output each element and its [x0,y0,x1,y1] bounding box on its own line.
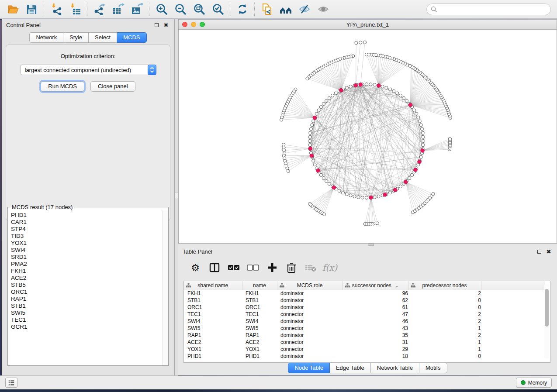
table-cell[interactable]: RAP1 [184,332,242,339]
column-header-MCDS-role[interactable]: MCDS role [277,281,343,290]
table-cell[interactable]: ORC1 [184,304,242,311]
table-cell[interactable]: ACE2 [242,339,277,346]
table-cell[interactable]: 18 [343,353,408,360]
zoom-in-button[interactable] [152,1,171,17]
mcds-result-item[interactable]: SRD1 [11,254,168,261]
table-cell[interactable]: YOX1 [184,346,242,353]
table-cell[interactable]: ORC1 [242,304,277,311]
mcds-result-item[interactable]: PMA2 [11,261,168,268]
table-row[interactable]: STB1STB1dominator620 [184,297,545,304]
table-cell[interactable]: dominator [277,318,343,325]
refresh-view-button[interactable] [233,1,252,17]
table-row[interactable]: SWI5SWI5connector431 [184,325,545,332]
mcds-result-item[interactable]: GCR1 [11,323,168,330]
column-header-predecessor-nodes[interactable]: predecessor nodes [408,281,481,290]
table-cell[interactable]: TEC1 [242,311,277,318]
table-cell[interactable]: 46 [343,318,408,325]
column-header-name[interactable]: name [242,281,277,290]
table-cell[interactable]: 0 [408,304,481,311]
open-file-button[interactable] [3,1,22,17]
memory-status-button[interactable]: Memory [516,378,552,388]
table-cell[interactable]: connector [277,346,343,353]
mcds-result-item[interactable]: CAR1 [11,219,168,226]
mcds-result-item[interactable]: STP4 [11,226,168,233]
node-table[interactable]: shared namenameMCDS rolesuccessor nodes⌄… [184,281,545,360]
table-scrollbar[interactable] [544,284,549,359]
table-options-button[interactable]: ⚙ [188,260,203,275]
export-table-button[interactable] [109,1,128,17]
mcds-result-item[interactable]: SWI5 [11,309,168,316]
table-cell[interactable]: 2 [408,332,481,339]
table-cell[interactable]: dominator [277,332,343,339]
zoom-selected-button[interactable] [208,1,227,17]
table-cell[interactable]: FKH1 [242,290,277,297]
mcds-result-item[interactable]: ACE2 [11,275,168,282]
column-header-shared-name[interactable]: shared name [184,281,242,290]
network-canvas[interactable] [179,30,557,243]
show-graphics-details-button[interactable] [314,1,332,17]
tab-network[interactable]: Network [29,32,63,43]
select-all-columns-button[interactable] [226,260,241,275]
table-cell[interactable]: 96 [343,290,408,297]
table-cell[interactable]: dominator [277,353,343,360]
criterion-select[interactable]: largest connected component (undirected) [20,65,156,75]
table-row[interactable]: YOX1YOX1connector291 [184,346,545,353]
table-cell[interactable]: dominator [277,304,343,311]
export-image-button[interactable] [128,1,146,17]
mcds-result-item[interactable]: TID3 [11,233,168,240]
table-cell[interactable]: RAP1 [242,332,277,339]
show-column-panel-button[interactable] [207,260,222,275]
table-cell[interactable]: 1 [408,339,481,346]
mcds-result-item[interactable]: FKH1 [11,268,168,275]
table-row[interactable]: ACE2ACE2connector311 [184,339,545,346]
mcds-result-item[interactable]: STB5 [11,282,168,289]
table-cell[interactable]: connector [277,339,343,346]
table-cell[interactable]: TEC1 [184,311,242,318]
mcds-result-item[interactable]: RAP1 [11,296,168,303]
function-builder-button[interactable]: f(x) [322,260,337,275]
mcds-result-item[interactable]: PHD1 [11,212,168,219]
table-cell[interactable]: YOX1 [242,346,277,353]
network-window-titlebar[interactable]: YPA_prune.txt_1 [179,20,557,30]
table-cell[interactable]: STB1 [242,297,277,304]
table-cell[interactable]: 1 [408,346,481,353]
table-cell[interactable]: SWI4 [242,318,277,325]
table-cell[interactable]: 62 [343,297,408,304]
float-table-panel-button[interactable] [535,248,543,255]
table-cell[interactable]: 47 [343,311,408,318]
table-cell[interactable]: connector [277,311,343,318]
table-cell[interactable]: PHD1 [242,353,277,360]
add-column-button[interactable] [265,260,280,275]
table-cell[interactable]: 0 [408,297,481,304]
zoom-out-button[interactable] [171,1,190,17]
mcds-result-list[interactable]: PHD1CAR1STP4TID3YOX1SWI4SRD1PMA2FKH1ACE2… [8,210,168,365]
table-row[interactable]: ORC1ORC1dominator610 [184,304,545,311]
close-panel-action-button[interactable]: Close panel [90,81,135,92]
table-row[interactable]: RAP1RAP1dominator352 [184,332,545,339]
table-cell[interactable]: PHD1 [184,353,242,360]
table-scrollbar-thumb[interactable] [545,289,549,327]
table-cell[interactable]: 2 [408,318,481,325]
tab-motifs[interactable]: Motifs [419,363,447,373]
tab-network-table[interactable]: Network Table [371,363,419,373]
table-cell[interactable]: SWI5 [184,325,242,332]
import-network-button[interactable] [47,1,66,17]
table-row[interactable]: TEC1TEC1connector472 [184,311,545,318]
table-cell[interactable]: dominator [277,290,343,297]
table-cell[interactable]: connector [277,325,343,332]
column-header-successor-nodes[interactable]: successor nodes⌄ [343,281,408,290]
table-cell[interactable]: dominator [277,297,343,304]
task-history-button[interactable] [5,378,17,388]
table-row[interactable]: SWI4SWI4dominator462 [184,318,545,325]
search-neighbors-button[interactable] [276,1,295,17]
table-cell[interactable]: 1 [408,325,481,332]
table-cell[interactable]: 35 [343,332,408,339]
deselect-all-columns-button[interactable] [246,260,260,275]
tab-select[interactable]: Select [89,32,117,43]
search-input[interactable] [427,6,550,13]
tab-style[interactable]: Style [63,32,89,43]
table-cell[interactable]: 2 [408,311,481,318]
table-cell[interactable]: ACE2 [184,339,242,346]
table-cell[interactable]: 29 [343,346,408,353]
float-panel-button[interactable] [152,21,160,28]
